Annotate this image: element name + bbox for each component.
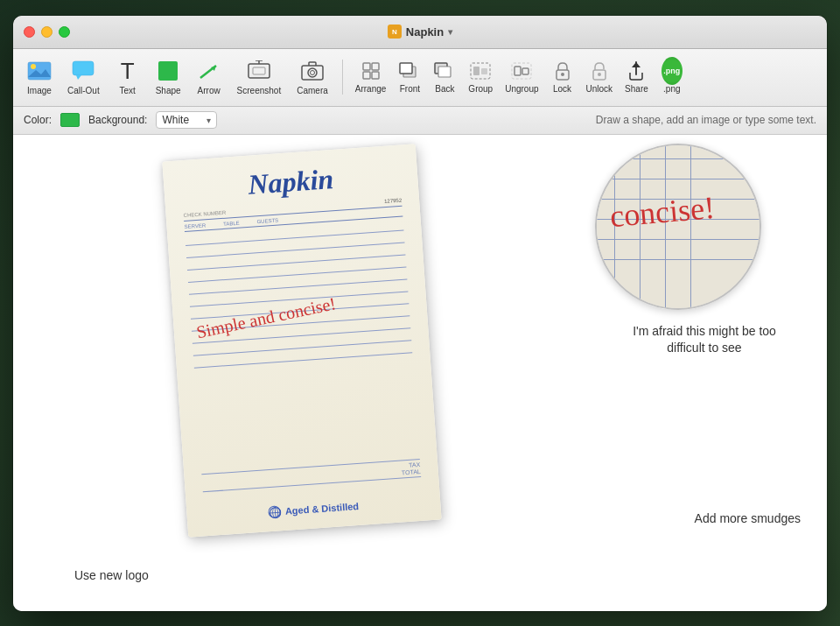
toolbar-divider — [342, 60, 343, 95]
arrow-icon — [197, 59, 221, 83]
image-tool-button[interactable]: Image — [20, 53, 59, 102]
svg-rect-16 — [363, 63, 370, 70]
svg-line-36 — [276, 507, 276, 517]
png-tool-button[interactable]: .png .png — [655, 53, 689, 102]
check-number: 127952 — [384, 197, 402, 203]
svg-rect-23 — [438, 67, 451, 77]
toolbar: Image Call-Out T Text — [13, 49, 827, 107]
arrange-tool-label: Arrange — [355, 84, 387, 94]
svg-rect-29 — [522, 68, 528, 74]
shape-icon — [156, 59, 180, 83]
canvas[interactable]: Napkin CHECK NUMBER 127952 SERVER TABLE … — [13, 135, 827, 611]
screenshot-tool-label: Screenshot — [237, 86, 282, 95]
png-tool-label: .png — [663, 84, 680, 94]
toolbar-left-group: Image Call-Out T Text — [20, 53, 335, 102]
front-tool-label: Front — [400, 84, 420, 94]
receipt-card: Napkin CHECK NUMBER 127952 SERVER TABLE … — [162, 144, 441, 537]
ungroup-icon — [511, 60, 532, 81]
background-label: Background: — [88, 114, 147, 126]
callout-icon — [71, 59, 95, 83]
svg-marker-34 — [632, 62, 640, 67]
front-icon — [399, 60, 420, 81]
optionsbar: Color: Background: White Draw a shape, a… — [13, 107, 827, 135]
camera-icon — [300, 59, 325, 83]
text-icon: T — [116, 59, 140, 83]
lock-icon — [552, 60, 573, 81]
svg-point-31 — [561, 73, 564, 76]
background-select[interactable]: White — [156, 111, 217, 129]
back-tool-button[interactable]: Back — [428, 53, 461, 102]
titlebar: N Napkin ▾ — [13, 16, 827, 49]
receipt-logo-text: Aged & Distilled — [284, 500, 359, 516]
group-icon — [470, 60, 491, 81]
shape-tool-button[interactable]: Shape — [149, 53, 188, 102]
group-tool-label: Group — [468, 84, 493, 94]
callout-tool-button[interactable]: Call-Out — [60, 53, 107, 102]
png-icon: .png — [662, 60, 682, 81]
camera-tool-button[interactable]: Camera — [290, 53, 335, 102]
traffic-lights — [24, 26, 70, 38]
screenshot-icon — [247, 59, 271, 83]
svg-rect-26 — [481, 68, 487, 74]
guests-label: GUESTS — [256, 217, 278, 224]
arrange-icon — [360, 60, 382, 81]
lock-tool-label: Lock — [553, 84, 571, 94]
share-tool-label: Share — [625, 84, 648, 94]
unlock-tool-button[interactable]: Unlock — [581, 53, 619, 102]
annotation-2-text: Add more smudges — [695, 511, 801, 525]
unlock-icon — [589, 60, 610, 81]
color-label: Color: — [24, 114, 52, 126]
svg-text:N: N — [392, 28, 397, 36]
svg-rect-9 — [248, 64, 270, 78]
ungroup-tool-button[interactable]: Ungroup — [500, 53, 543, 102]
arrow-tool-label: Arrow — [198, 86, 220, 95]
title-chevron-icon[interactable]: ▾ — [448, 27, 452, 37]
lock-tool-button[interactable]: Lock — [546, 53, 579, 102]
svg-point-33 — [598, 73, 601, 76]
annotation-3-text: Use new logo — [74, 568, 149, 582]
share-tool-button[interactable]: Share — [620, 53, 654, 102]
app-icon: N — [388, 25, 402, 39]
unlock-tool-label: Unlock — [586, 84, 613, 94]
arrange-tool-button[interactable]: Arrange — [350, 53, 392, 102]
magnifier-content: concise! — [597, 145, 760, 308]
svg-rect-25 — [473, 67, 480, 75]
arrow-tool-button[interactable]: Arrow — [190, 53, 228, 102]
back-icon — [434, 60, 455, 81]
front-tool-button[interactable]: Front — [393, 53, 426, 102]
close-button[interactable] — [24, 26, 35, 38]
ungroup-tool-label: Ungroup — [505, 84, 538, 94]
annotation-3: Use new logo — [74, 567, 149, 585]
check-label: CHECK NUMBER — [183, 209, 226, 217]
svg-point-14 — [308, 68, 317, 77]
svg-rect-28 — [514, 67, 521, 75]
text-tool-label: Text — [120, 86, 136, 95]
receipt-logo-icon — [268, 505, 281, 518]
window-title: N Napkin ▾ — [388, 25, 452, 39]
background-value: White — [162, 114, 189, 126]
receipt-lines — [185, 218, 412, 368]
svg-rect-19 — [372, 72, 379, 79]
screenshot-tool-button[interactable]: Screenshot — [230, 53, 289, 102]
image-tool-label: Image — [27, 86, 52, 95]
text-tool-button[interactable]: T Text — [108, 53, 147, 102]
color-swatch[interactable] — [60, 113, 80, 127]
hint-text: Draw a shape, add an image or type some … — [596, 114, 816, 126]
title-text: Napkin — [406, 25, 444, 39]
shape-tool-label: Shape — [156, 86, 181, 95]
minimize-button[interactable] — [41, 26, 52, 38]
annotation-1: I'm afraid this might be too difficult t… — [617, 323, 792, 357]
svg-rect-21 — [400, 63, 412, 74]
share-icon — [626, 60, 647, 81]
camera-tool-label: Camera — [297, 86, 328, 95]
receipt-logo-area: Aged & Distilled — [204, 495, 423, 522]
group-tool-button[interactable]: Group — [463, 53, 498, 102]
toolbar-right-group: Arrange Front Back — [350, 53, 689, 102]
back-tool-label: Back — [435, 84, 454, 94]
svg-point-3 — [31, 64, 36, 69]
annotation-1-text: I'm afraid this might be too difficult t… — [633, 324, 776, 355]
maximize-button[interactable] — [59, 26, 70, 38]
image-icon — [27, 59, 52, 83]
callout-tool-label: Call-Out — [67, 86, 100, 95]
svg-point-15 — [310, 71, 314, 75]
